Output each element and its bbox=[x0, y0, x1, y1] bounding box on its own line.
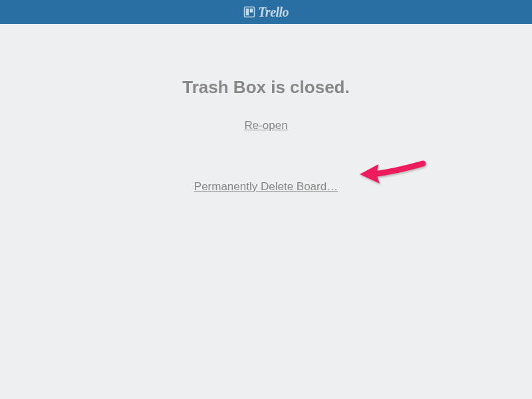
svg-rect-1 bbox=[246, 9, 249, 16]
trello-icon bbox=[243, 6, 255, 18]
page-title: Trash Box is closed. bbox=[0, 77, 532, 98]
svg-rect-2 bbox=[250, 9, 253, 13]
permanently-delete-link[interactable]: Permanently Delete Board… bbox=[194, 180, 338, 194]
brand-name: Trello bbox=[258, 5, 289, 20]
app-header: Trello bbox=[0, 0, 532, 24]
main-content: Trash Box is closed. Re-open Permanently… bbox=[0, 24, 532, 194]
app-logo[interactable]: Trello bbox=[243, 5, 289, 20]
reopen-link[interactable]: Re-open bbox=[244, 119, 287, 132]
